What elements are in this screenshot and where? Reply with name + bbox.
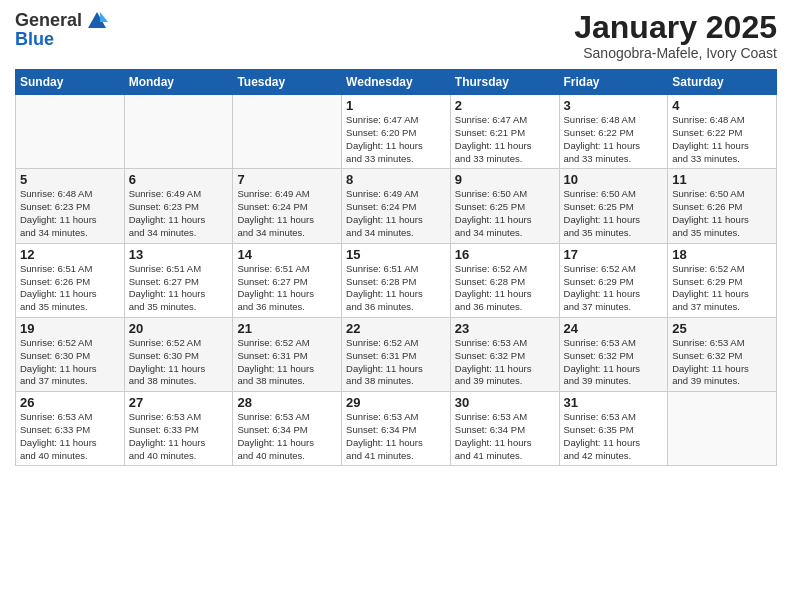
day-number: 30 [455, 395, 555, 410]
table-row [668, 392, 777, 466]
day-number: 17 [564, 247, 664, 262]
header-thursday: Thursday [450, 70, 559, 95]
table-row: 13Sunrise: 6:51 AMSunset: 6:27 PMDayligh… [124, 243, 233, 317]
day-info: Sunrise: 6:53 AMSunset: 6:33 PMDaylight:… [129, 411, 229, 462]
day-number: 3 [564, 98, 664, 113]
day-number: 27 [129, 395, 229, 410]
day-number: 1 [346, 98, 446, 113]
table-row: 24Sunrise: 6:53 AMSunset: 6:32 PMDayligh… [559, 317, 668, 391]
table-row [16, 95, 125, 169]
day-number: 4 [672, 98, 772, 113]
page-header: General Blue January 2025 Sanogobra-Mafe… [15, 10, 777, 61]
table-row: 21Sunrise: 6:52 AMSunset: 6:31 PMDayligh… [233, 317, 342, 391]
day-info: Sunrise: 6:53 AMSunset: 6:34 PMDaylight:… [237, 411, 337, 462]
day-info: Sunrise: 6:52 AMSunset: 6:31 PMDaylight:… [237, 337, 337, 388]
day-info: Sunrise: 6:52 AMSunset: 6:29 PMDaylight:… [564, 263, 664, 314]
calendar-table: Sunday Monday Tuesday Wednesday Thursday… [15, 69, 777, 466]
day-number: 22 [346, 321, 446, 336]
table-row: 22Sunrise: 6:52 AMSunset: 6:31 PMDayligh… [342, 317, 451, 391]
day-number: 8 [346, 172, 446, 187]
header-sunday: Sunday [16, 70, 125, 95]
subtitle: Sanogobra-Mafele, Ivory Coast [574, 45, 777, 61]
table-row: 9Sunrise: 6:50 AMSunset: 6:25 PMDaylight… [450, 169, 559, 243]
day-number: 6 [129, 172, 229, 187]
logo-general: General [15, 11, 82, 31]
day-info: Sunrise: 6:53 AMSunset: 6:32 PMDaylight:… [455, 337, 555, 388]
day-info: Sunrise: 6:52 AMSunset: 6:29 PMDaylight:… [672, 263, 772, 314]
day-info: Sunrise: 6:47 AMSunset: 6:20 PMDaylight:… [346, 114, 446, 165]
day-info: Sunrise: 6:52 AMSunset: 6:30 PMDaylight:… [20, 337, 120, 388]
header-saturday: Saturday [668, 70, 777, 95]
day-info: Sunrise: 6:51 AMSunset: 6:27 PMDaylight:… [129, 263, 229, 314]
table-row: 7Sunrise: 6:49 AMSunset: 6:24 PMDaylight… [233, 169, 342, 243]
table-row: 18Sunrise: 6:52 AMSunset: 6:29 PMDayligh… [668, 243, 777, 317]
table-row: 11Sunrise: 6:50 AMSunset: 6:26 PMDayligh… [668, 169, 777, 243]
day-number: 13 [129, 247, 229, 262]
day-number: 19 [20, 321, 120, 336]
day-number: 5 [20, 172, 120, 187]
day-number: 21 [237, 321, 337, 336]
day-info: Sunrise: 6:53 AMSunset: 6:34 PMDaylight:… [455, 411, 555, 462]
table-row: 4Sunrise: 6:48 AMSunset: 6:22 PMDaylight… [668, 95, 777, 169]
table-row [233, 95, 342, 169]
day-info: Sunrise: 6:52 AMSunset: 6:28 PMDaylight:… [455, 263, 555, 314]
day-number: 14 [237, 247, 337, 262]
table-row: 29Sunrise: 6:53 AMSunset: 6:34 PMDayligh… [342, 392, 451, 466]
table-row: 8Sunrise: 6:49 AMSunset: 6:24 PMDaylight… [342, 169, 451, 243]
day-number: 9 [455, 172, 555, 187]
day-number: 16 [455, 247, 555, 262]
day-number: 29 [346, 395, 446, 410]
table-row: 3Sunrise: 6:48 AMSunset: 6:22 PMDaylight… [559, 95, 668, 169]
day-number: 28 [237, 395, 337, 410]
day-info: Sunrise: 6:48 AMSunset: 6:23 PMDaylight:… [20, 188, 120, 239]
day-info: Sunrise: 6:52 AMSunset: 6:31 PMDaylight:… [346, 337, 446, 388]
table-row: 12Sunrise: 6:51 AMSunset: 6:26 PMDayligh… [16, 243, 125, 317]
day-number: 10 [564, 172, 664, 187]
calendar-week-row: 12Sunrise: 6:51 AMSunset: 6:26 PMDayligh… [16, 243, 777, 317]
table-row: 30Sunrise: 6:53 AMSunset: 6:34 PMDayligh… [450, 392, 559, 466]
day-number: 11 [672, 172, 772, 187]
svg-marker-1 [100, 12, 108, 22]
day-info: Sunrise: 6:50 AMSunset: 6:25 PMDaylight:… [564, 188, 664, 239]
weekday-header-row: Sunday Monday Tuesday Wednesday Thursday… [16, 70, 777, 95]
calendar-week-row: 5Sunrise: 6:48 AMSunset: 6:23 PMDaylight… [16, 169, 777, 243]
day-info: Sunrise: 6:48 AMSunset: 6:22 PMDaylight:… [672, 114, 772, 165]
day-number: 23 [455, 321, 555, 336]
calendar-week-row: 1Sunrise: 6:47 AMSunset: 6:20 PMDaylight… [16, 95, 777, 169]
day-number: 7 [237, 172, 337, 187]
table-row: 6Sunrise: 6:49 AMSunset: 6:23 PMDaylight… [124, 169, 233, 243]
day-info: Sunrise: 6:48 AMSunset: 6:22 PMDaylight:… [564, 114, 664, 165]
day-number: 25 [672, 321, 772, 336]
day-info: Sunrise: 6:50 AMSunset: 6:26 PMDaylight:… [672, 188, 772, 239]
day-info: Sunrise: 6:47 AMSunset: 6:21 PMDaylight:… [455, 114, 555, 165]
day-number: 24 [564, 321, 664, 336]
day-info: Sunrise: 6:53 AMSunset: 6:35 PMDaylight:… [564, 411, 664, 462]
header-monday: Monday [124, 70, 233, 95]
table-row: 19Sunrise: 6:52 AMSunset: 6:30 PMDayligh… [16, 317, 125, 391]
day-info: Sunrise: 6:49 AMSunset: 6:24 PMDaylight:… [346, 188, 446, 239]
day-info: Sunrise: 6:50 AMSunset: 6:25 PMDaylight:… [455, 188, 555, 239]
table-row [124, 95, 233, 169]
table-row: 14Sunrise: 6:51 AMSunset: 6:27 PMDayligh… [233, 243, 342, 317]
table-row: 17Sunrise: 6:52 AMSunset: 6:29 PMDayligh… [559, 243, 668, 317]
logo-blue: Blue [15, 30, 54, 50]
header-wednesday: Wednesday [342, 70, 451, 95]
day-info: Sunrise: 6:52 AMSunset: 6:30 PMDaylight:… [129, 337, 229, 388]
day-info: Sunrise: 6:53 AMSunset: 6:32 PMDaylight:… [672, 337, 772, 388]
table-row: 31Sunrise: 6:53 AMSunset: 6:35 PMDayligh… [559, 392, 668, 466]
table-row: 23Sunrise: 6:53 AMSunset: 6:32 PMDayligh… [450, 317, 559, 391]
day-info: Sunrise: 6:53 AMSunset: 6:32 PMDaylight:… [564, 337, 664, 388]
logo-icon [86, 10, 108, 32]
table-row: 15Sunrise: 6:51 AMSunset: 6:28 PMDayligh… [342, 243, 451, 317]
day-info: Sunrise: 6:49 AMSunset: 6:23 PMDaylight:… [129, 188, 229, 239]
calendar-week-row: 26Sunrise: 6:53 AMSunset: 6:33 PMDayligh… [16, 392, 777, 466]
day-info: Sunrise: 6:53 AMSunset: 6:34 PMDaylight:… [346, 411, 446, 462]
day-number: 26 [20, 395, 120, 410]
day-number: 20 [129, 321, 229, 336]
table-row: 5Sunrise: 6:48 AMSunset: 6:23 PMDaylight… [16, 169, 125, 243]
title-block: January 2025 Sanogobra-Mafele, Ivory Coa… [574, 10, 777, 61]
logo: General Blue [15, 10, 108, 50]
table-row: 2Sunrise: 6:47 AMSunset: 6:21 PMDaylight… [450, 95, 559, 169]
header-tuesday: Tuesday [233, 70, 342, 95]
day-info: Sunrise: 6:51 AMSunset: 6:27 PMDaylight:… [237, 263, 337, 314]
